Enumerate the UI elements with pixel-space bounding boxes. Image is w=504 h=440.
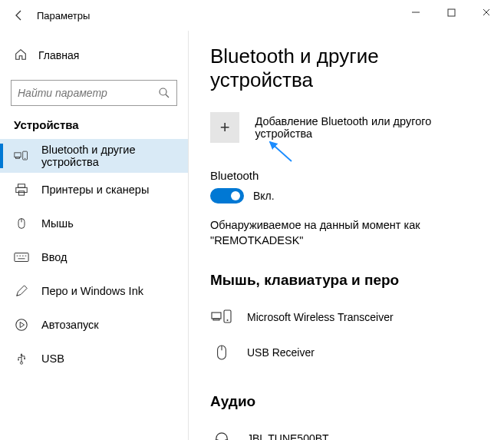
sidebar-item-label: Ввод bbox=[41, 251, 67, 263]
device-name: JBL TUNE500BT bbox=[247, 432, 329, 440]
device-item[interactable]: Microsoft Wireless Transceiver bbox=[210, 299, 483, 335]
home-label: Главная bbox=[38, 49, 79, 61]
window-title: Параметры bbox=[37, 10, 90, 22]
sidebar-item-autoplay[interactable]: Автозапуск bbox=[0, 308, 188, 342]
titlebar: Параметры bbox=[0, 0, 504, 31]
sidebar-item-label: Принтеры и сканеры bbox=[41, 184, 149, 196]
close-icon bbox=[482, 8, 491, 17]
arrow-left-icon bbox=[13, 9, 25, 22]
main-panel: Bluetooth и другие устройства + Добавлен… bbox=[189, 31, 504, 440]
toggle-state-label: Вкл. bbox=[253, 190, 275, 202]
minimize-icon bbox=[411, 8, 420, 17]
svg-rect-28 bbox=[212, 313, 221, 319]
bluetooth-devices-icon bbox=[14, 148, 29, 164]
maximize-button[interactable] bbox=[433, 0, 469, 25]
maximize-icon bbox=[447, 8, 456, 17]
toggle-knob bbox=[231, 191, 240, 200]
page-title: Bluetooth и другие устройства bbox=[210, 45, 483, 92]
sidebar-item-label: Автозапуск bbox=[41, 319, 99, 331]
search-icon bbox=[158, 87, 170, 99]
device-name: Microsoft Wireless Transceiver bbox=[247, 311, 394, 323]
sidebar-item-typing[interactable]: Ввод bbox=[0, 240, 188, 274]
svg-rect-12 bbox=[18, 191, 24, 195]
svg-point-22 bbox=[16, 319, 27, 330]
plus-icon: + bbox=[220, 117, 230, 137]
search-input[interactable] bbox=[18, 87, 158, 99]
keyboard-icon bbox=[14, 250, 29, 265]
add-device-label: Добавление Bluetooth или другого устройс… bbox=[255, 115, 483, 140]
add-device-button[interactable]: + bbox=[210, 112, 239, 143]
mouse-icon bbox=[14, 216, 29, 231]
usb-icon bbox=[14, 351, 29, 366]
transceiver-icon bbox=[210, 309, 233, 325]
window-controls bbox=[398, 0, 504, 25]
device-name: USB Receiver bbox=[247, 346, 315, 359]
sidebar: Главная Устройства Bluetooth и другие ус… bbox=[0, 31, 189, 440]
bluetooth-toggle-row: Вкл. bbox=[210, 188, 483, 203]
svg-rect-15 bbox=[15, 253, 28, 262]
audio-devices-title: Аудио bbox=[210, 393, 483, 410]
annotation-arrow-icon bbox=[265, 138, 296, 164]
sidebar-item-label: Перо и Windows Ink bbox=[41, 285, 143, 297]
sidebar-item-bluetooth[interactable]: Bluetooth и другие устройства bbox=[0, 139, 188, 173]
back-button[interactable] bbox=[8, 4, 31, 27]
svg-line-5 bbox=[166, 94, 169, 98]
close-button[interactable] bbox=[469, 0, 504, 25]
discoverable-text: Обнаруживаемое на данный момент как "REM… bbox=[210, 217, 483, 249]
sidebar-item-usb[interactable]: USB bbox=[0, 342, 188, 375]
bluetooth-section-label: Bluetooth bbox=[210, 169, 483, 182]
device-item[interactable]: JBL TUNE500BT bbox=[210, 421, 483, 440]
input-devices-title: Мышь, клавиатура и перо bbox=[210, 272, 483, 289]
pen-icon bbox=[14, 283, 29, 299]
add-device-row[interactable]: + Добавление Bluetooth или другого устро… bbox=[210, 112, 483, 143]
svg-rect-1 bbox=[448, 9, 455, 16]
mouse-device-icon bbox=[210, 344, 233, 361]
sidebar-item-printers[interactable]: Принтеры и сканеры bbox=[0, 173, 188, 207]
svg-line-27 bbox=[270, 142, 292, 161]
svg-rect-10 bbox=[18, 184, 25, 188]
autoplay-icon bbox=[14, 317, 29, 332]
svg-rect-7 bbox=[16, 157, 20, 159]
sidebar-group-title: Устройства bbox=[0, 118, 188, 139]
sidebar-item-label: Bluetooth и другие устройства bbox=[41, 144, 188, 168]
home-icon bbox=[14, 48, 28, 64]
sidebar-item-label: Мышь bbox=[41, 217, 74, 230]
svg-rect-29 bbox=[213, 319, 219, 320]
printer-icon bbox=[14, 182, 29, 197]
sidebar-item-pen[interactable]: Перо и Windows Ink bbox=[0, 274, 188, 308]
sidebar-item-mouse[interactable]: Мышь bbox=[0, 207, 188, 240]
device-item[interactable]: USB Receiver bbox=[210, 335, 483, 370]
headphones-icon bbox=[210, 432, 233, 440]
svg-point-25 bbox=[18, 359, 19, 361]
svg-rect-11 bbox=[16, 187, 27, 192]
svg-point-21 bbox=[17, 295, 18, 296]
minimize-button[interactable] bbox=[398, 0, 433, 25]
svg-point-31 bbox=[227, 319, 229, 321]
sidebar-item-label: USB bbox=[41, 352, 64, 365]
home-link[interactable]: Главная bbox=[0, 40, 188, 71]
svg-point-9 bbox=[25, 158, 25, 159]
search-box[interactable] bbox=[11, 80, 177, 106]
svg-rect-26 bbox=[24, 358, 25, 359]
bluetooth-toggle[interactable] bbox=[210, 188, 244, 203]
svg-rect-6 bbox=[15, 153, 21, 157]
svg-point-4 bbox=[160, 88, 166, 95]
